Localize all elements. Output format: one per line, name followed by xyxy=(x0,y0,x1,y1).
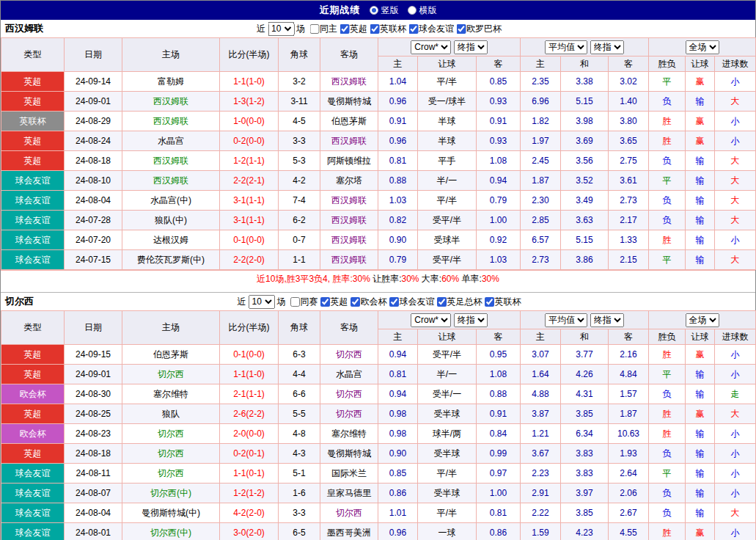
header-select[interactable]: 终指 xyxy=(454,313,488,327)
filter-option-同主[interactable]: 同主 xyxy=(309,23,337,35)
handicap-odds-away: 1.00 xyxy=(477,484,521,503)
filter-checkbox[interactable] xyxy=(408,24,418,34)
result-goals: 小 xyxy=(715,484,756,503)
radio-icon[interactable] xyxy=(370,6,378,15)
handicap-odds-home: 0.94 xyxy=(378,345,418,365)
result-handicap: 输 xyxy=(686,424,715,444)
filter-option-英联杯[interactable]: 英联杯 xyxy=(370,23,406,35)
result-outcome: 平 xyxy=(649,250,686,270)
filter-option-同赛[interactable]: 同赛 xyxy=(290,296,318,308)
result-handicap: 赢 xyxy=(686,404,715,424)
avg-odds-away: 1.40 xyxy=(609,92,649,112)
filter-checkbox[interactable] xyxy=(370,24,379,34)
avg-odds-draw: 3.56 xyxy=(561,151,609,171)
view-option-label: 竖版 xyxy=(381,4,399,17)
result-goals: 小 xyxy=(715,424,756,444)
away-team: 西汉姆联 xyxy=(320,230,378,250)
filter-option-欧会杯[interactable]: 欧会杯 xyxy=(351,296,387,308)
match-row: 球会友谊24-08-11切尔西1-1(0-1)5-1国际米兰0.85平/半0.9… xyxy=(1,464,756,484)
result-goals: 大 xyxy=(715,171,756,191)
view-option[interactable]: 横版 xyxy=(408,4,437,17)
filter-option-欧罗巴杯[interactable]: 欧罗巴杯 xyxy=(456,23,502,35)
handicap-odds-away: 0.95 xyxy=(477,345,521,365)
match-score: 1-2(1-1) xyxy=(220,151,279,171)
filter-checkbox[interactable] xyxy=(309,24,319,34)
result-outcome: 负 xyxy=(649,444,686,464)
avg-odds-away: 2.17 xyxy=(609,211,649,230)
column-header: 角球 xyxy=(279,38,320,72)
corner-score: 5-1 xyxy=(279,464,320,484)
result-goals: 大 xyxy=(715,250,756,270)
header-select[interactable]: Crow* xyxy=(411,40,451,54)
filter-checkbox[interactable] xyxy=(290,297,300,307)
filter-checkbox[interactable] xyxy=(340,24,349,34)
header-select[interactable]: Crow* xyxy=(411,313,451,327)
league-badge: 欧会杯 xyxy=(1,384,65,404)
column-subheader: 进球数 xyxy=(715,329,756,345)
filter-option-英联杯[interactable]: 英联杯 xyxy=(485,296,521,308)
avg-odds-draw: 3.38 xyxy=(561,72,609,92)
corner-score: 1-1 xyxy=(279,250,320,270)
recent-count-select[interactable]: 10 xyxy=(268,22,294,36)
result-outcome: 胜 xyxy=(649,230,686,250)
handicap-odds-away: 1.08 xyxy=(477,151,521,171)
header-select[interactable]: 平均值 xyxy=(545,40,587,54)
avg-odds-home: 2.22 xyxy=(521,503,561,523)
avg-odds-home: 2.30 xyxy=(521,191,561,211)
column-header: 角球 xyxy=(279,311,320,345)
view-option[interactable]: 竖版 xyxy=(370,4,399,17)
handicap-line: 受球半 xyxy=(418,230,477,250)
filter-option-球会友谊[interactable]: 球会友谊 xyxy=(389,296,435,308)
filter-option-英足总杯[interactable]: 英足总杯 xyxy=(437,296,482,308)
header-select[interactable]: 全场 xyxy=(686,40,719,54)
filter-option-label: 同主 xyxy=(320,23,337,35)
handicap-odds-away: 0.84 xyxy=(477,424,521,444)
away-team: 国际米兰 xyxy=(320,464,378,484)
radio-icon[interactable] xyxy=(408,6,416,15)
header-select[interactable]: 终指 xyxy=(590,40,624,54)
handicap-odds-home: 0.81 xyxy=(378,151,418,171)
league-badge: 英联杯 xyxy=(1,112,65,131)
filter-checkbox[interactable] xyxy=(485,297,494,307)
column-subheader: 客 xyxy=(609,56,649,72)
avg-odds-draw: 3.83 xyxy=(561,444,609,464)
odds-group-header: 平均值 终指 xyxy=(521,38,649,56)
filter-checkbox[interactable] xyxy=(351,297,360,307)
home-team: 水晶宫 xyxy=(122,131,220,151)
league-badge: 球会友谊 xyxy=(1,523,65,540)
result-goals: 走 xyxy=(715,384,756,404)
home-team: 切尔西 xyxy=(122,464,220,484)
corner-score: 6-3 xyxy=(279,345,320,365)
home-team: 狼队(中) xyxy=(122,211,220,230)
league-badge: 英超 xyxy=(1,131,65,151)
column-header: 客场 xyxy=(320,311,378,345)
avg-odds-draw: 5.15 xyxy=(561,92,609,112)
filter-option-球会友谊[interactable]: 球会友谊 xyxy=(408,23,454,35)
result-goals: 大 xyxy=(715,191,756,211)
filter-checkbox[interactable] xyxy=(389,297,399,307)
avg-odds-home: 1.64 xyxy=(521,365,561,384)
odds-group-header: 平均值 终指 xyxy=(521,311,649,329)
filter-checkbox[interactable] xyxy=(456,24,466,34)
filter-option-英超[interactable]: 英超 xyxy=(320,296,348,308)
recent-count-select[interactable]: 10 xyxy=(249,295,275,309)
match-score: 3-1(1-1) xyxy=(220,191,279,211)
header-select[interactable]: 平均值 xyxy=(545,313,587,327)
filter-checkbox[interactable] xyxy=(437,297,447,307)
header-select[interactable]: 全场 xyxy=(686,313,719,327)
result-outcome: 胜 xyxy=(649,131,686,151)
header-select[interactable]: 终指 xyxy=(454,40,488,54)
league-badge: 球会友谊 xyxy=(1,171,65,191)
handicap-line: 平/半 xyxy=(418,503,477,523)
result-outcome: 平 xyxy=(649,72,686,92)
handicap-line: 受半/一 xyxy=(418,384,477,404)
match-date: 24-08-11 xyxy=(65,464,122,484)
filter-label-matches: 场 xyxy=(296,23,305,35)
filter-checkbox[interactable] xyxy=(320,297,330,307)
result-outcome: 负 xyxy=(649,384,686,404)
away-team: 墨西哥美洲 xyxy=(320,523,378,540)
avg-odds-away: 2.67 xyxy=(609,503,649,523)
match-row: 英超24-09-01西汉姆联1-3(1-2)3-11曼彻斯特城0.96受一/球半… xyxy=(1,92,756,112)
filter-option-英超[interactable]: 英超 xyxy=(340,23,367,35)
header-select[interactable]: 终指 xyxy=(590,313,624,327)
